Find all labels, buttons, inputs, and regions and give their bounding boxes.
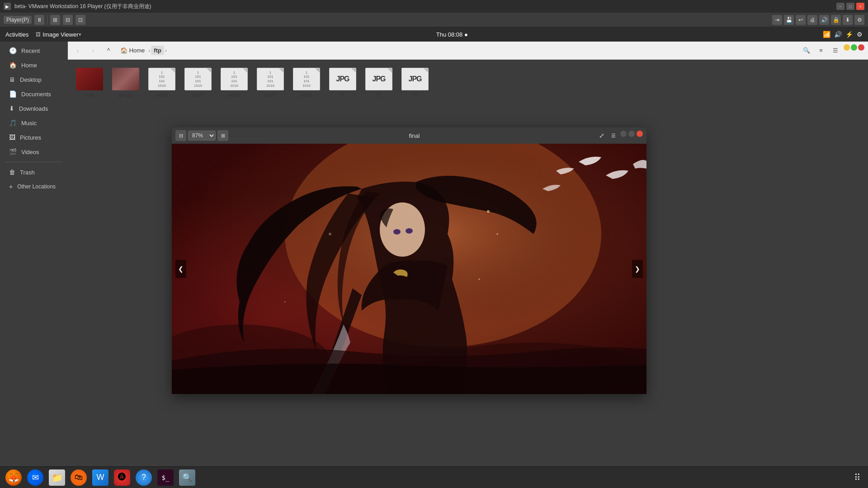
iv-shrink-button[interactable]: ⊟ xyxy=(175,130,186,141)
file-item-pic00[interactable]: 11011011010 pic00 xyxy=(146,65,178,100)
fm-minimize-btn[interactable] xyxy=(844,44,850,51)
close-button[interactable]: × xyxy=(856,3,864,10)
power-icon[interactable]: ⚡ xyxy=(845,31,853,38)
file-item-t1[interactable]: JPG t1 xyxy=(326,65,359,100)
iv-minimize-btn[interactable] xyxy=(620,131,627,137)
minimize-button[interactable]: − xyxy=(836,3,844,10)
iv-fullscreen-button[interactable]: ⤢ xyxy=(597,131,607,141)
sidebar-item-downloads[interactable]: ⬇ Downloads xyxy=(2,102,66,115)
svg-point-10 xyxy=(487,210,490,213)
taskbar-files[interactable]: 📁 xyxy=(47,468,67,488)
settings-icon[interactable]: ⚙ xyxy=(857,31,863,38)
file-item-t2[interactable]: JPG t2 xyxy=(363,65,395,100)
t3-thumb: JPG xyxy=(401,68,429,90)
svg-point-12 xyxy=(478,278,480,280)
apps-grid-button[interactable]: ⠿ xyxy=(850,469,864,487)
sidebar-item-home[interactable]: 🏠 Home xyxy=(2,58,66,72)
view-options-button[interactable]: ≡ xyxy=(815,44,827,57)
back-button[interactable]: ‹ xyxy=(71,44,84,57)
pic01-thumb: 11011011010 xyxy=(184,68,212,90)
thunderbird-icon: ✉ xyxy=(27,469,43,486)
network-icon[interactable]: 📶 xyxy=(823,31,830,38)
svg-point-11 xyxy=(496,233,498,235)
vmware-tool-4[interactable]: 🖨 xyxy=(807,15,817,25)
toolbar-btn-1[interactable]: ⊞ xyxy=(50,15,60,25)
file-manager-sidebar: 🕐 Recent 🏠 Home 🖥 Desktop 📄 Documents ⬇ … xyxy=(0,42,68,466)
iv-close-button[interactable] xyxy=(637,131,643,137)
app-menu-button[interactable]: Image Viewer xyxy=(42,31,78,38)
volume-icon[interactable]: 🔊 xyxy=(834,31,842,38)
taskbar-imageviewer[interactable]: 🔍 xyxy=(177,468,197,488)
taskbar-thunderbird[interactable]: ✉ xyxy=(25,468,45,488)
sidebar-item-videos[interactable]: 🎬 Videos xyxy=(2,145,66,159)
pictures-icon: 🖼 xyxy=(9,134,15,141)
svg-point-13 xyxy=(329,233,331,235)
file-item-pic01[interactable]: 11011011010 pic01 xyxy=(182,65,214,100)
pic02-thumb: 11011011010 xyxy=(221,68,248,90)
image-prev-button[interactable]: ❮ xyxy=(175,260,186,278)
fm-close-btn[interactable] xyxy=(858,44,864,51)
toolbar-btn-2[interactable]: ⊟ xyxy=(63,15,73,25)
taskbar-help[interactable]: ? xyxy=(134,468,154,488)
restore-button[interactable]: □ xyxy=(846,3,854,10)
vmware-tool-6[interactable]: 🔒 xyxy=(831,15,841,25)
iv-restore-btn[interactable] xyxy=(628,131,635,137)
forward-button[interactable]: › xyxy=(87,44,99,57)
sidebar-label-desktop: Desktop xyxy=(20,76,42,83)
sidebar-label-downloads: Downloads xyxy=(19,105,48,112)
file-item-final[interactable]: final xyxy=(73,65,106,100)
sidebar-item-documents[interactable]: 📄 Documents xyxy=(2,87,66,101)
sidebar-label-home: Home xyxy=(21,62,37,69)
taskbar-software[interactable]: 🛍 xyxy=(69,468,89,488)
vmware-tool-7[interactable]: ⬇ xyxy=(843,15,853,25)
file-name-girljpg: girl.jpg xyxy=(118,92,133,98)
vmware-tool-3[interactable]: ↩ xyxy=(796,15,806,25)
breadcrumb-ftp[interactable]: ftp xyxy=(151,46,164,55)
files-icon: 📁 xyxy=(49,469,65,486)
player-menu-button[interactable]: Player(P) xyxy=(4,16,32,24)
file-item-pic04[interactable]: 11011011010 pic04 xyxy=(290,65,323,100)
help-icon: ? xyxy=(136,469,152,486)
iv-zoom-control: 50% 75% 87% 100% 125% 150% 200% xyxy=(188,131,216,141)
taskbar: 🦊 ✉ 📁 🛍 W 🅐 ? $_ 🔍 ⠿ xyxy=(0,466,868,488)
menu-button[interactable]: ☰ xyxy=(829,44,842,57)
clock: Thu 08:08 ● xyxy=(81,31,823,38)
image-next-button[interactable]: ❯ xyxy=(632,260,643,278)
pic00-thumb: 11011011010 xyxy=(148,68,175,90)
iv-menu-button[interactable]: ☰ xyxy=(609,131,618,141)
sidebar-item-music[interactable]: 🎵 Music xyxy=(2,116,66,130)
toolbar-btn-3[interactable]: ⊡ xyxy=(75,15,85,25)
vmware-tool-2[interactable]: 💾 xyxy=(784,15,794,25)
fm-maximize-btn[interactable] xyxy=(851,44,857,51)
activities-button[interactable]: Activities xyxy=(5,31,28,38)
pause-button[interactable]: ⏸ xyxy=(34,15,44,25)
gnome-system-tray: 📶 🔊 ⚡ ⚙ xyxy=(823,31,863,38)
sidebar-item-other-locations[interactable]: + Other Locations xyxy=(2,180,66,193)
other-locations-icon: + xyxy=(9,183,13,190)
taskbar-appstore[interactable]: 🅐 xyxy=(112,468,132,488)
sidebar-item-desktop[interactable]: 🖥 Desktop xyxy=(2,73,66,86)
vmware-tool-1[interactable]: ⇥ xyxy=(772,15,782,25)
vmware-logo: ▶ xyxy=(4,3,11,10)
image-viewer-canvas: ❮ ❯ xyxy=(172,144,646,394)
sidebar-item-trash[interactable]: 🗑 Trash xyxy=(2,165,66,179)
file-item-pic03[interactable]: 11011011010 pic03 xyxy=(254,65,287,100)
breadcrumb-home[interactable]: 🏠 Home xyxy=(118,46,147,55)
file-item-girljpg[interactable]: girl.jpg xyxy=(109,65,142,100)
file-item-t3[interactable]: JPG t3 xyxy=(399,65,431,100)
taskbar-libreoffice[interactable]: W xyxy=(90,468,110,488)
trash-icon: 🗑 xyxy=(9,169,15,176)
vmware-tool-8[interactable]: ⚙ xyxy=(854,15,864,25)
vmware-title: beta- VMware Workstation 16 Player (仅用于非… xyxy=(14,3,151,10)
search-button[interactable]: 🔍 xyxy=(800,44,813,57)
taskbar-terminal[interactable]: $_ xyxy=(156,468,175,488)
sidebar-item-recent[interactable]: 🕐 Recent xyxy=(2,44,66,57)
up-button[interactable]: ^ xyxy=(102,44,115,57)
iv-expand-button[interactable]: ⊞ xyxy=(217,130,228,141)
taskbar-firefox[interactable]: 🦊 xyxy=(4,468,24,488)
zoom-select[interactable]: 50% 75% 87% 100% 125% 150% 200% xyxy=(188,131,216,141)
sidebar-item-pictures[interactable]: 🖼 Pictures xyxy=(2,131,66,144)
vmware-tool-5[interactable]: 🔊 xyxy=(819,15,829,25)
svg-point-14 xyxy=(284,301,286,303)
file-item-pic02[interactable]: 11011011010 pic02 xyxy=(218,65,250,100)
